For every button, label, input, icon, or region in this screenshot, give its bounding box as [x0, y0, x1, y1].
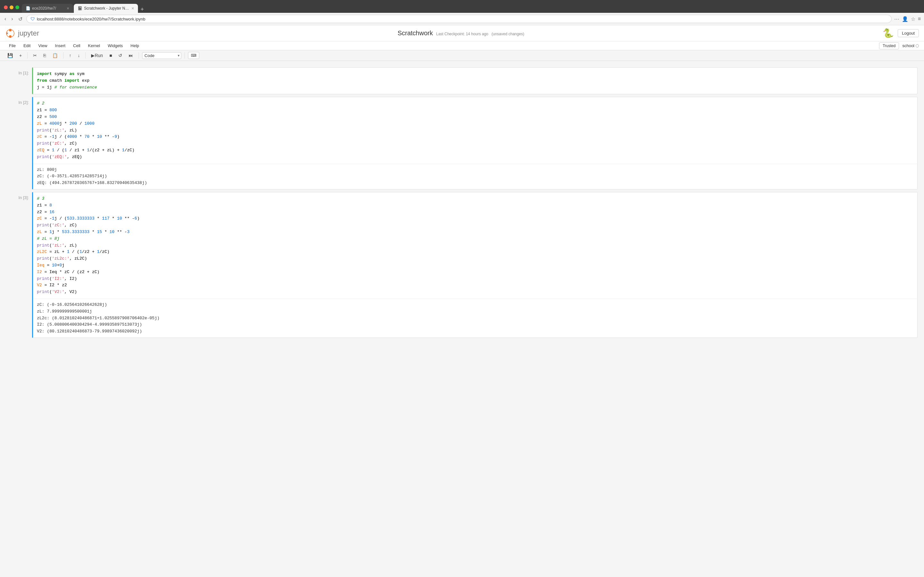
cell-prompt-2: In [3]:: [6, 192, 32, 338]
code-cell-2[interactable]: # 3 z1 = 8 z2 = 16 zC = -1j / (533.33333…: [32, 192, 918, 338]
address-bar-row: ‹ › ↺ 🛡 localhost:8888/notebooks/ece2020…: [0, 13, 924, 25]
notebook-title-area: Scratchwork Last Checkpoint: 14 hours ag…: [397, 29, 524, 37]
svg-point-0: [9, 29, 11, 31]
cell-body-1: # 2 z1 = 800 z2 = 500 zL = 4000j * 200 /…: [32, 97, 918, 189]
refresh-button[interactable]: ↺: [17, 15, 24, 23]
code-area-2: # 3 z1 = 8 z2 = 16 zC = -1j / (533.33333…: [33, 192, 917, 299]
minimize-button[interactable]: [10, 5, 13, 9]
trusted-button[interactable]: Trusted: [879, 42, 899, 49]
fast-forward-button[interactable]: ⏭: [126, 52, 136, 59]
logout-button[interactable]: Logout: [898, 29, 919, 37]
cell-type-wrapper: Code Markdown Raw NBConvert Heading: [142, 52, 181, 59]
tab-favicon-1: 📄: [26, 6, 30, 11]
plus-icon: +: [19, 53, 22, 58]
move-down-button[interactable]: ↓: [75, 52, 82, 59]
header-right: 🐍 Logout: [883, 28, 919, 39]
close-button[interactable]: [4, 5, 8, 9]
run-label: Run: [95, 53, 103, 58]
fullscreen-button[interactable]: [15, 5, 19, 9]
notebook-title[interactable]: Scratchwork: [397, 29, 433, 37]
jupyter-logo-icon: [5, 28, 15, 39]
tab-ece2020[interactable]: 📄 ece2020/hw7/ ×: [22, 4, 73, 13]
menu-widgets[interactable]: Widgets: [104, 41, 127, 50]
menu-file[interactable]: File: [5, 41, 19, 50]
toolbar-separator-5: [184, 52, 185, 59]
menu-view[interactable]: View: [34, 41, 51, 50]
kernel-status-circle: [916, 44, 919, 47]
cell-prompt-0: In [1]:: [6, 67, 32, 94]
move-up-button[interactable]: ↑: [67, 52, 73, 59]
address-text: localhost:8888/notebooks/ece2020/hw7/Scr…: [37, 17, 887, 21]
cell-body-2: # 3 z1 = 8 z2 = 16 zC = -1j / (533.33333…: [32, 192, 918, 338]
paste-icon: 📋: [52, 53, 58, 58]
code-area-1: # 2 z1 = 800 z2 = 500 zL = 4000j * 200 /…: [33, 97, 917, 163]
python-logo: 🐍: [883, 28, 894, 39]
address-bar[interactable]: 🛡 localhost:8888/notebooks/ece2020/hw7/S…: [26, 15, 892, 23]
menu-bar: File Edit View Insert Cell Kernel Widget…: [0, 41, 924, 50]
jupyter-brand-text: jupyter: [18, 29, 39, 37]
code-cell-1[interactable]: # 2 z1 = 800 z2 = 500 zL = 4000j * 200 /…: [32, 97, 918, 189]
arrow-down-icon: ↓: [78, 53, 80, 58]
fast-forward-icon: ⏭: [129, 53, 133, 58]
menu-icon[interactable]: ≡: [918, 16, 921, 22]
stop-button[interactable]: ■: [107, 52, 114, 59]
tab-title-1: ece2020/hw7/: [32, 6, 65, 11]
browser-toolbar-right: ⋯ 👤 ☆ ≡: [894, 16, 921, 22]
tab-title-2: Scratchwork - Jupyter Notebo...: [84, 6, 129, 11]
save-button[interactable]: 💾: [5, 52, 15, 59]
cut-cell-button[interactable]: ✂: [31, 52, 39, 59]
scissors-icon: ✂: [33, 53, 37, 58]
jupyter-header: jupyter Scratchwork Last Checkpoint: 14 …: [0, 25, 924, 41]
menu-kernel[interactable]: Kernel: [84, 41, 104, 50]
tab-close-2[interactable]: ×: [132, 6, 134, 11]
back-button[interactable]: ‹: [3, 15, 7, 23]
kernel-name: school: [902, 43, 914, 48]
jupyter-logo: jupyter: [5, 28, 39, 39]
cell-body-0: import sympy as sym from cmath import ex…: [32, 67, 918, 94]
menu-items: File Edit View Insert Cell Kernel Widget…: [5, 41, 143, 50]
new-tab-button[interactable]: +: [139, 6, 146, 13]
kernel-indicator: school: [902, 43, 919, 48]
output-area-2: zC: (-0-16.025641026642628j) zL: 7.99999…: [33, 299, 917, 338]
checkpoint-info: Last Checkpoint: 14 hours ago (unsaved c…: [436, 32, 524, 36]
copy-icon: ⎘: [43, 53, 46, 58]
notebook-toolbar: 💾 + ✂ ⎘ 📋 ↑ ↓ ▶ Run ■ ↺ ⏭ Code Markdown …: [0, 50, 924, 61]
output-area-1: zL: 800j zC: (-0-3571.4285714285714j) zE…: [33, 164, 917, 189]
cell-prompt-1: In [2]:: [6, 97, 32, 189]
forward-button[interactable]: ›: [10, 15, 14, 23]
profile-icon[interactable]: 👤: [902, 16, 908, 22]
cell-container-2: In [3]:# 3 z1 = 8 z2 = 16 zC = -1j / (53…: [6, 192, 918, 338]
notebook-content: In [1]:import sympy as sym from cmath im…: [0, 61, 924, 347]
code-cell-0[interactable]: import sympy as sym from cmath import ex…: [32, 67, 918, 94]
add-cell-button[interactable]: +: [17, 52, 24, 59]
stop-icon: ■: [110, 53, 112, 58]
cell-type-select[interactable]: Code Markdown Raw NBConvert Heading: [142, 52, 181, 59]
toolbar-separator-1: [27, 52, 27, 59]
cell-container-0: In [1]:import sympy as sym from cmath im…: [6, 67, 918, 94]
run-icon: ▶: [91, 53, 95, 58]
restart-button[interactable]: ↺: [116, 52, 124, 59]
keyboard-shortcuts-button[interactable]: ⌨: [188, 52, 199, 59]
run-button[interactable]: ▶ Run: [89, 52, 105, 59]
menu-help[interactable]: Help: [127, 41, 143, 50]
code-area-0: import sympy as sym from cmath import ex…: [33, 68, 917, 94]
toolbar-separator-4: [139, 52, 139, 59]
tab-close-1[interactable]: ×: [67, 6, 69, 11]
copy-cell-button[interactable]: ⎘: [41, 52, 48, 59]
menu-insert[interactable]: Insert: [51, 41, 69, 50]
tab-favicon-2: 📓: [78, 6, 82, 11]
tab-scratchwork[interactable]: 📓 Scratchwork - Jupyter Notebo... ×: [74, 4, 138, 13]
svg-point-1: [9, 35, 11, 38]
restart-icon: ↺: [118, 53, 122, 58]
extensions-icon[interactable]: ⋯: [894, 16, 899, 22]
arrow-up-icon: ↑: [69, 53, 71, 58]
menu-right: Trusted school: [879, 42, 919, 49]
menu-edit[interactable]: Edit: [19, 41, 34, 50]
security-icon: 🛡: [31, 16, 35, 21]
save-icon: 💾: [7, 53, 13, 58]
cell-container-1: In [2]:# 2 z1 = 800 z2 = 500 zL = 4000j …: [6, 97, 918, 189]
bookmark-icon[interactable]: ☆: [911, 16, 915, 22]
paste-cell-button[interactable]: 📋: [50, 52, 60, 59]
keyboard-icon: ⌨: [191, 53, 196, 58]
menu-cell[interactable]: Cell: [69, 41, 84, 50]
